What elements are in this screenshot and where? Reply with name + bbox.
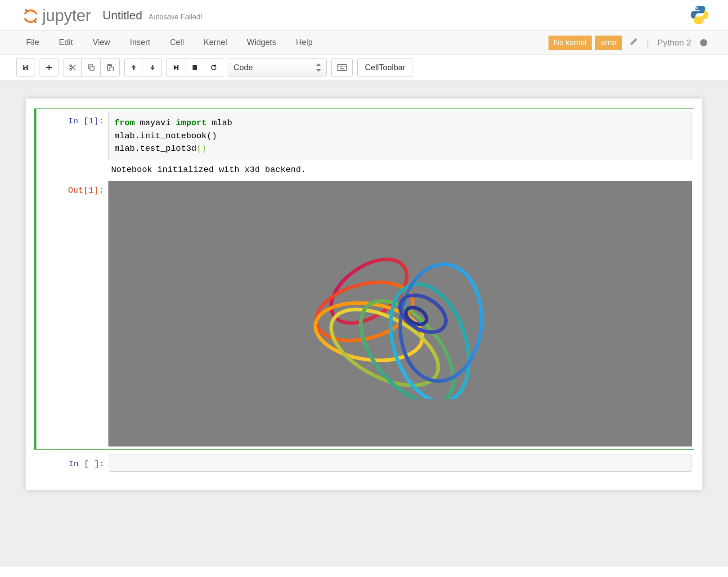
code-cell[interactable]: In [1]: from mayavi import mlab mlab.ini…	[34, 108, 694, 450]
edit-metadata-icon[interactable]	[626, 38, 641, 47]
error-badge: error	[595, 36, 622, 50]
svg-rect-12	[193, 65, 197, 70]
run-button[interactable]	[166, 59, 185, 77]
output-prompt: Out[1]:	[36, 181, 108, 446]
no-kernel-badge: No kernel	[548, 36, 592, 50]
menubar: File Edit View Insert Cell Kernel Widget…	[0, 31, 728, 55]
step-forward-icon	[172, 64, 180, 71]
arrow-up-icon	[130, 64, 137, 71]
move-down-button[interactable]	[143, 59, 162, 77]
kernel-indicator-icon	[700, 39, 707, 46]
notebook-header: jupyter Untitled Autosave Failed!	[0, 0, 728, 31]
stop-button[interactable]	[185, 59, 204, 77]
notebook-title[interactable]: Untitled	[103, 9, 142, 23]
menu-kernel[interactable]: Kernel	[194, 32, 237, 53]
paste-icon	[107, 64, 114, 71]
arrow-down-icon	[149, 64, 156, 71]
add-cell-button[interactable]	[40, 59, 58, 77]
code-input[interactable]: from mayavi import mlab mlab.init_notebo…	[108, 112, 692, 160]
cell-type-select[interactable]: Code	[228, 59, 327, 77]
notebook-scroll-area[interactable]: In [1]: from mayavi import mlab mlab.ini…	[0, 81, 728, 567]
toolbar: Code CellToolbar	[0, 55, 728, 81]
x3d-plot-output[interactable]	[108, 181, 692, 446]
plot3d-visual	[306, 228, 495, 399]
jupyter-icon	[22, 8, 39, 24]
menu-file[interactable]: File	[16, 32, 49, 53]
plus-icon	[45, 64, 53, 71]
svg-rect-11	[177, 65, 179, 70]
svg-rect-9	[108, 64, 111, 66]
svg-rect-16	[341, 66, 342, 67]
svg-rect-18	[344, 66, 345, 67]
menu-widgets[interactable]: Widgets	[237, 32, 286, 53]
svg-rect-17	[342, 66, 343, 67]
restart-button[interactable]	[204, 59, 223, 77]
svg-rect-19	[340, 68, 344, 69]
jupyter-logo[interactable]: jupyter	[22, 6, 91, 25]
menu-edit[interactable]: Edit	[49, 32, 83, 53]
command-palette-button[interactable]	[331, 59, 353, 77]
menu-help[interactable]: Help	[286, 32, 323, 53]
svg-rect-13	[337, 65, 347, 71]
cut-button[interactable]	[63, 59, 82, 77]
svg-point-3	[701, 21, 703, 23]
separator: |	[645, 37, 651, 49]
svg-point-2	[696, 7, 698, 9]
move-up-button[interactable]	[124, 59, 143, 77]
copy-button[interactable]	[82, 59, 101, 77]
svg-rect-14	[338, 66, 339, 67]
cell-type-selected: Code	[234, 63, 253, 72]
celltoolbar-button[interactable]: CellToolbar	[357, 59, 413, 77]
svg-rect-10	[110, 67, 113, 71]
input-prompt: In [ ]:	[37, 455, 109, 472]
jupyter-logo-text: jupyter	[42, 6, 91, 25]
scissors-icon	[69, 64, 76, 71]
menu-view[interactable]: View	[83, 32, 120, 53]
menu-insert[interactable]: Insert	[120, 32, 160, 53]
code-cell[interactable]: In [ ]:	[34, 451, 694, 475]
keyboard-icon	[337, 64, 347, 71]
notebook-container: In [1]: from mayavi import mlab mlab.ini…	[26, 99, 702, 490]
stop-icon	[191, 64, 198, 71]
refresh-icon	[210, 64, 217, 71]
save-icon	[22, 64, 29, 71]
paste-button[interactable]	[101, 59, 120, 77]
svg-rect-15	[340, 66, 341, 67]
save-button[interactable]	[16, 59, 35, 77]
stdout-output: Notebook initialized with x3d backend.	[108, 160, 692, 181]
menu-cell[interactable]: Cell	[160, 32, 194, 53]
svg-point-1	[35, 21, 37, 23]
python-logo-icon	[689, 5, 710, 27]
code-input[interactable]	[109, 455, 692, 472]
copy-icon	[88, 64, 95, 71]
kernel-name[interactable]: Python 2	[655, 38, 694, 48]
svg-rect-7	[90, 66, 94, 70]
autosave-status: Autosave Failed!	[148, 13, 202, 21]
